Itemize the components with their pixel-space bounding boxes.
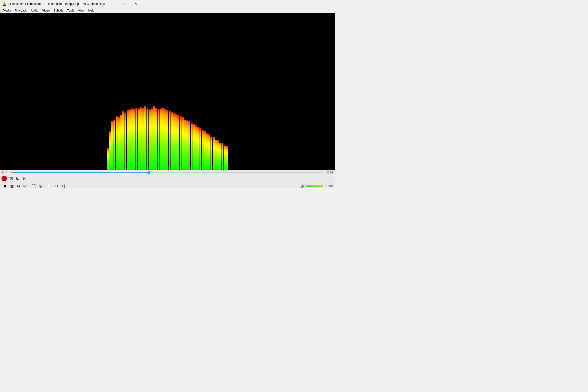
spectrum-bar-peak bbox=[173, 113, 175, 114]
spectrum-bar-body bbox=[193, 125, 195, 170]
seek-area: 01:34 03:51 bbox=[0, 170, 335, 175]
spectrum-bar bbox=[166, 110, 168, 170]
volume-percentage: 100% bbox=[324, 185, 333, 188]
spectrum-bar-body bbox=[133, 110, 135, 170]
seek-bar[interactable] bbox=[11, 172, 324, 173]
close-button[interactable]: ✕ bbox=[130, 0, 141, 8]
svg-marker-32 bbox=[64, 184, 65, 186]
shuffle-button[interactable] bbox=[60, 184, 66, 188]
spectrum-bar bbox=[109, 131, 111, 170]
spectrum-bar-body bbox=[190, 124, 192, 170]
spectrum-bar-body bbox=[116, 117, 118, 170]
spectrum-bar-peak bbox=[151, 108, 153, 108]
seek-thumb[interactable] bbox=[147, 171, 150, 174]
window-controls: ─ □ ✕ bbox=[106, 0, 141, 8]
spectrum-bar-body bbox=[168, 112, 170, 170]
svg-rect-18 bbox=[17, 185, 17, 188]
mute-button[interactable]: 🔊 bbox=[300, 184, 305, 188]
svg-rect-10 bbox=[19, 178, 19, 179]
volume-area: 🔊 100% bbox=[300, 184, 333, 188]
extended-settings-button-2[interactable] bbox=[38, 184, 43, 188]
separator-2 bbox=[45, 184, 45, 188]
spectrum-bar-body bbox=[124, 114, 126, 170]
spectrum-bar-peak bbox=[202, 130, 204, 130]
maximize-button[interactable]: □ bbox=[118, 0, 130, 8]
previous-button[interactable] bbox=[16, 184, 21, 188]
minimize-button[interactable]: ─ bbox=[106, 0, 118, 8]
menu-tools[interactable]: Tools bbox=[66, 8, 76, 13]
loop-button[interactable] bbox=[54, 184, 59, 188]
playlist-button[interactable] bbox=[46, 184, 52, 188]
time-total: 03:51 bbox=[325, 171, 333, 174]
menu-subtitle[interactable]: Subtitle bbox=[52, 8, 66, 13]
spectrum-bar bbox=[186, 120, 188, 170]
spectrum-bar-body bbox=[224, 146, 226, 170]
spectrum-bar bbox=[195, 126, 197, 170]
spectrum-bar bbox=[149, 109, 151, 170]
spectrum-bar-body bbox=[149, 110, 151, 170]
menu-media[interactable]: Media bbox=[1, 8, 13, 13]
spectrum-bar-body bbox=[122, 112, 124, 170]
spectrum-bar-body bbox=[129, 110, 131, 170]
spectrum-bar-peak bbox=[215, 139, 217, 140]
svg-rect-13 bbox=[25, 178, 26, 180]
menu-view[interactable]: View bbox=[76, 8, 86, 13]
svg-rect-2 bbox=[3, 5, 6, 6]
spectrum-bar bbox=[133, 109, 135, 170]
spectrum-bar bbox=[217, 140, 219, 170]
frame-by-frame-button[interactable] bbox=[22, 176, 28, 181]
spectrum-bar-body bbox=[166, 111, 168, 170]
volume-bar[interactable] bbox=[306, 186, 324, 187]
spectrum-bar bbox=[142, 108, 144, 170]
record-button[interactable] bbox=[2, 176, 7, 181]
spectrum-bar bbox=[146, 108, 148, 170]
spectrum-bar bbox=[213, 137, 214, 170]
spectrum-bar-body bbox=[171, 113, 173, 170]
spectrum-bar bbox=[116, 116, 118, 170]
spectrum-bar-body bbox=[151, 108, 153, 170]
video-area bbox=[0, 13, 335, 170]
spectrum-bar-peak bbox=[131, 108, 133, 108]
title-bar: FileInfo.com Example.mp3 - FileInfo.com … bbox=[0, 0, 335, 8]
fullscreen-button[interactable] bbox=[30, 184, 36, 188]
spectrum-bar-peak bbox=[114, 118, 116, 119]
spectrum-bar bbox=[204, 131, 206, 170]
menu-playback[interactable]: Playback bbox=[13, 8, 29, 13]
spectrum-bar-body bbox=[131, 108, 133, 170]
svg-rect-29 bbox=[48, 187, 50, 187]
spectrum-bar-body bbox=[186, 121, 188, 170]
svg-rect-11 bbox=[18, 179, 19, 180]
menu-audio[interactable]: Audio bbox=[29, 8, 40, 13]
svg-point-24 bbox=[39, 185, 40, 186]
spectrum-bar bbox=[180, 116, 182, 170]
spectrum-bar-body bbox=[142, 109, 144, 170]
spectrum-bar-peak bbox=[129, 109, 131, 110]
spectrum-bar bbox=[136, 108, 138, 170]
spectrum-bar-peak bbox=[188, 121, 190, 122]
spectrum-bar-peak bbox=[153, 106, 155, 107]
menu-video[interactable]: Video bbox=[40, 8, 52, 13]
spectrum-bar-body bbox=[107, 149, 109, 170]
extended-settings-button[interactable] bbox=[15, 176, 20, 181]
spectrum-bar-body bbox=[160, 108, 162, 170]
next-button[interactable] bbox=[22, 184, 28, 188]
spectrum-bar-body bbox=[162, 109, 164, 170]
spectrum-bar-peak bbox=[122, 111, 124, 112]
spectrum-bar-body bbox=[173, 114, 175, 170]
spectrum-bar-peak bbox=[111, 121, 113, 122]
stop-button[interactable] bbox=[9, 184, 15, 188]
spectrum-bar bbox=[153, 106, 155, 170]
spectrum-bar bbox=[122, 111, 124, 170]
spectrum-bar bbox=[188, 121, 190, 170]
spectrum-bar-body bbox=[127, 111, 128, 170]
spectrum-bar-peak bbox=[184, 118, 186, 119]
spectrum-bar-body bbox=[140, 108, 142, 170]
spectrum-bar-peak bbox=[197, 127, 199, 128]
spectrum-bar-body bbox=[210, 137, 212, 170]
spectrum-bar-body bbox=[164, 110, 166, 170]
snapshot-button[interactable] bbox=[8, 176, 14, 181]
spectrum-bar-peak bbox=[124, 112, 126, 113]
spectrum-bar-peak bbox=[186, 120, 188, 120]
play-pause-button[interactable]: ⏸ bbox=[2, 183, 8, 188]
menu-help[interactable]: Help bbox=[86, 8, 96, 13]
